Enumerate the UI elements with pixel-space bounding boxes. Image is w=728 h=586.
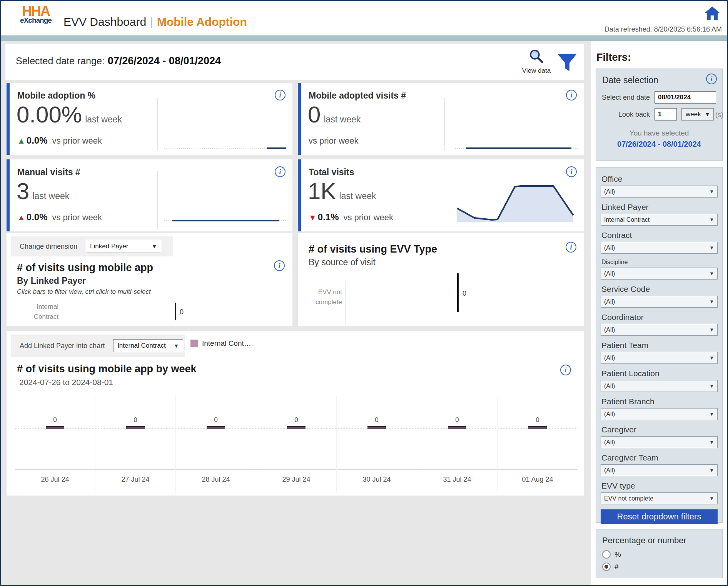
info-icon[interactable]	[560, 365, 571, 375]
chevron-down-icon: ▼	[709, 189, 714, 194]
filter-funnel-icon[interactable]	[556, 53, 578, 73]
radio-number[interactable]: #	[602, 563, 619, 571]
kpi-value-suffix: last week	[32, 191, 69, 201]
kpi-value: 1Klast week	[308, 178, 376, 204]
chevron-down-icon: ▼	[174, 343, 179, 349]
bar-28-jul[interactable]	[207, 426, 225, 429]
filter-coordinator-dropdown[interactable]: (All)▼	[601, 324, 718, 336]
dimension-dropdown-value: Linked Payer	[90, 243, 128, 250]
kpi-delta: ▲0.0%vs prior week	[17, 135, 102, 146]
kpi-delta: vs prior week	[309, 135, 359, 146]
linked-payer-dropdown[interactable]: Internal Contract▼	[113, 339, 183, 352]
filter-caregiver: Caregiver (All)▼	[601, 425, 718, 448]
bar-31-jul[interactable]	[448, 426, 466, 429]
card-accent-bar	[298, 83, 301, 155]
filter-patient-branch: Patient Branch (All)▼	[601, 397, 718, 420]
lookback-unit-dropdown[interactable]: week▼	[681, 108, 714, 121]
filter-contract: Contract (All)▼	[601, 231, 718, 254]
delta-suffix: vs prior week	[52, 213, 102, 222]
bar-value-label: 0	[15, 416, 95, 424]
bar-value-label: 0	[498, 416, 578, 424]
end-date-input[interactable]	[655, 91, 716, 104]
filters-sidebar: Filters: Date selection Select end date …	[591, 41, 727, 585]
bar-26-jul[interactable]	[46, 426, 64, 429]
bar-30-jul[interactable]	[367, 426, 386, 429]
filter-caregiver-dropdown[interactable]: (All)▼	[601, 436, 718, 448]
filter-caregiver-team-dropdown[interactable]: (All)▼	[601, 464, 718, 476]
axis-category-line2: Contract	[34, 313, 58, 320]
filter-patient-location-dropdown[interactable]: (All)▼	[601, 380, 718, 392]
bar-evv-not-complete[interactable]	[457, 273, 459, 312]
dimension-dropdown[interactable]: Linked Payer▼	[86, 240, 161, 253]
filter-office-dropdown[interactable]: (All)▼	[601, 186, 718, 198]
filter-label: Discipline	[601, 259, 718, 266]
kpi-title: Manual visits #	[17, 167, 80, 177]
radio-label: #	[614, 563, 619, 571]
data-refreshed-timestamp: Data refreshed: 8/20/2025 6:56:16 AM	[604, 25, 722, 33]
legend-label: Internal Cont…	[202, 339, 251, 348]
selected-date-range: Selected date range:07/26/2024 - 08/01/2…	[16, 55, 221, 67]
date-selection-panel: Date selection Select end date Look back…	[596, 69, 723, 161]
add-linked-payer-toolbar: Add Linked Payer into chart Internal Con…	[11, 335, 185, 357]
search-icon	[528, 48, 545, 65]
sparkline-divider	[157, 98, 158, 151]
kpi-value-suffix: last week	[85, 114, 122, 124]
info-icon[interactable]	[706, 74, 717, 84]
info-icon[interactable]	[274, 260, 285, 271]
filter-evv-type-dropdown[interactable]: EVV not complete▼	[601, 492, 718, 504]
page-title: EVV Dashboard|Mobile Adoption	[63, 15, 247, 28]
legend-swatch	[190, 340, 198, 347]
bar-internal-contract[interactable]	[175, 303, 176, 320]
kpi-title: Total visits	[309, 167, 354, 177]
filter-discipline-dropdown[interactable]: (All)▼	[601, 268, 718, 280]
weekly-column: 0 28 Jul 24	[175, 396, 256, 492]
filter-label: Office	[601, 174, 718, 184]
filter-service-code-dropdown[interactable]: (All)▼	[601, 296, 718, 308]
filter-linked-payer-dropdown[interactable]: Internal Contract▼	[601, 214, 718, 226]
bar-01-aug[interactable]	[528, 426, 547, 429]
chevron-down-icon: ▼	[709, 271, 714, 276]
axis-category-line2: complete	[316, 298, 342, 306]
delta-suffix: vs prior week	[52, 136, 102, 146]
filter-patient-branch-dropdown[interactable]: (All)▼	[601, 408, 718, 420]
bar-value-label: 0	[95, 416, 175, 424]
filter-value: (All)	[604, 326, 615, 333]
chevron-down-icon: ▼	[705, 111, 710, 117]
date-range-value: 07/26/2024 - 08/01/2024	[108, 55, 221, 67]
sparkline-divider	[157, 171, 158, 229]
chevron-down-icon: ▼	[709, 467, 714, 473]
filter-patient-team-dropdown[interactable]: (All)▼	[601, 352, 718, 364]
card-accent-bar	[7, 159, 10, 231]
weekly-column: 0 30 Jul 24	[336, 396, 417, 492]
kpi-delta: ▲0.0%vs prior week	[17, 212, 102, 223]
bar-value-label: 0	[176, 416, 256, 424]
home-icon[interactable]	[703, 5, 721, 22]
chart-hint: Click bars to filter view, ctrl click to…	[17, 288, 151, 296]
filter-office: Office (All)▼	[601, 174, 718, 198]
kpi-card-manual-visits: Manual visits # 3last week ▲0.0%vs prior…	[7, 159, 292, 231]
bar-27-jul[interactable]	[126, 426, 145, 429]
filter-dropdowns-panel: Office (All)▼ Linked Payer Internal Cont…	[596, 167, 723, 523]
info-icon[interactable]	[566, 242, 576, 253]
delta-up-icon: ▲	[17, 213, 25, 222]
filter-contract-dropdown[interactable]: (All)▼	[601, 242, 718, 254]
lookback-input[interactable]	[655, 108, 677, 121]
filter-label: Caregiver Team	[601, 453, 718, 462]
reset-dropdown-filters-button[interactable]: Reset dropdown filters	[601, 509, 718, 524]
chevron-down-icon: ▼	[709, 217, 714, 223]
logo-text-top: HHA	[15, 5, 57, 18]
sparkline-divider	[444, 98, 445, 151]
view-data-button[interactable]: View data	[521, 48, 552, 75]
add-linked-payer-label: Add Linked Payer into chart	[20, 342, 105, 350]
bar-29-jul[interactable]	[287, 426, 306, 429]
kpi-card-mobile-adoption-pct: Mobile adoption % 0.00%last week ▲0.0%vs…	[7, 83, 292, 155]
delta-down-icon: ▼	[309, 213, 317, 222]
sparkline-mobile-adoption	[164, 98, 287, 152]
weekly-chart-card: Add Linked Payer into chart Internal Con…	[7, 331, 584, 496]
radio-percent[interactable]: %	[602, 550, 621, 559]
filter-patient-team: Patient Team (All)▼	[601, 341, 718, 364]
linked-payer-dropdown-value: Internal Contract	[117, 342, 166, 350]
filter-label: Patient Team	[601, 341, 718, 350]
delta-value: 0.0%	[27, 135, 48, 146]
change-dimension-toolbar: Change dimension Linked Payer▼	[11, 236, 173, 256]
